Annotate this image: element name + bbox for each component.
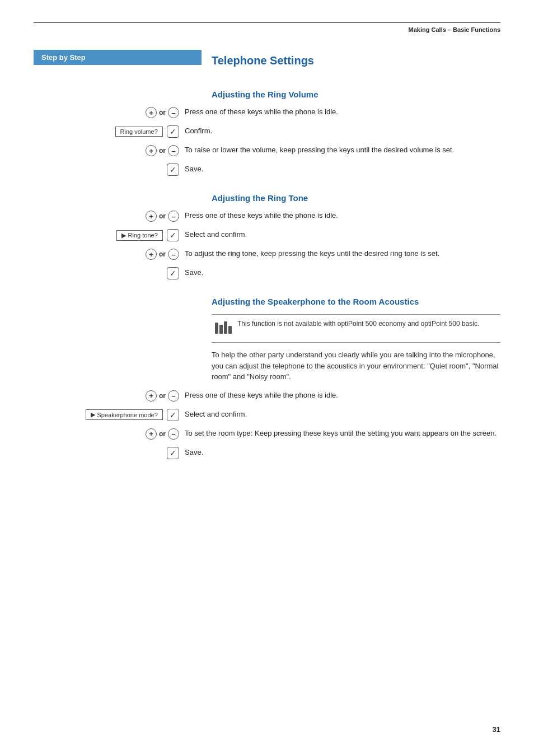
ring-tone-title: Adjusting the Ring Tone: [212, 193, 500, 203]
plus-key[interactable]: +: [146, 145, 157, 156]
minus-key[interactable]: –: [168, 107, 179, 118]
note-svg-icon: [215, 320, 233, 336]
speakerphone-title: Adjusting the Speakerphone to the Room A…: [212, 297, 500, 306]
plus-key[interactable]: +: [146, 428, 157, 440]
ring-volume-step-2: Ring volume? ✓ Confirm.: [34, 124, 500, 139]
or-label: or: [159, 392, 166, 400]
check-key[interactable]: ✓: [167, 267, 179, 279]
step-by-step-label: Step by Step: [34, 50, 202, 65]
ring-volume-step-4: ✓ Save.: [34, 162, 500, 178]
svg-rect-2: [224, 321, 227, 334]
ring-tone-step-4: ✓ Save.: [34, 265, 500, 281]
svg-rect-3: [228, 326, 232, 334]
step-text: Press one of these keys while the phone …: [185, 105, 500, 117]
minus-key[interactable]: –: [168, 211, 179, 222]
speakerphone-step-4: ✓ Save.: [34, 445, 500, 461]
step-text: To raise or lower the volume, keep press…: [185, 143, 500, 155]
left-column: Step by Step: [34, 50, 202, 77]
svg-rect-0: [215, 323, 218, 334]
step-text: Press one of these keys while the phone …: [185, 208, 500, 221]
right-column: Telephone Settings: [202, 50, 500, 77]
check-key[interactable]: ✓: [167, 164, 179, 176]
minus-key[interactable]: –: [168, 428, 179, 440]
speakerphone-menu: ▶ Speakerphone mode?: [86, 409, 163, 420]
check-key[interactable]: ✓: [167, 409, 179, 421]
or-label: or: [159, 212, 166, 220]
check-key[interactable]: ✓: [167, 125, 179, 138]
minus-key[interactable]: –: [168, 390, 179, 402]
plus-key[interactable]: +: [146, 211, 157, 222]
ring-volume-section: Adjusting the Ring Volume + or – Press o…: [34, 77, 500, 178]
step-text: Select and confirm.: [185, 407, 500, 419]
ring-tone-section: Adjusting the Ring Tone + or – Press one…: [34, 181, 500, 281]
ring-tone-menu: ▶ Ring tone?: [116, 230, 163, 241]
menu-arrow-icon: ▶: [121, 232, 126, 239]
ring-tone-step-3: + or – To adjust the ring tone, keep pre…: [34, 246, 500, 262]
step-text: Save.: [185, 265, 500, 278]
page-header: Making Calls – Basic Functions: [34, 26, 500, 33]
note-box: This function is not available with opti…: [212, 314, 500, 343]
step-text: To set the room type: Keep pressing thes…: [185, 426, 500, 438]
section-title: Telephone Settings: [212, 54, 500, 67]
ring-volume-menu: Ring volume?: [115, 127, 163, 137]
svg-rect-1: [219, 325, 223, 334]
ring-tone-step-1: + or – Press one of these keys while the…: [34, 208, 500, 224]
or-label: or: [159, 109, 166, 116]
check-key[interactable]: ✓: [167, 447, 179, 459]
page-number: 31: [493, 725, 500, 734]
or-label: or: [159, 430, 166, 438]
or-label: or: [159, 147, 166, 155]
step-text: Confirm.: [185, 124, 500, 136]
minus-key[interactable]: –: [168, 249, 179, 260]
speakerphone-step-1: + or – Press one of these keys while the…: [34, 388, 500, 404]
page: Making Calls – Basic Functions Step by S…: [0, 0, 534, 756]
step-text: Select and confirm.: [185, 227, 500, 240]
ring-tone-step-2: ▶ Ring tone? ✓ Select and confirm.: [34, 227, 500, 243]
minus-key[interactable]: –: [168, 145, 179, 156]
step-text: To adjust the ring tone, keep pressing t…: [185, 246, 500, 259]
speakerphone-section: Adjusting the Speakerphone to the Room A…: [34, 284, 500, 461]
note-icon: [215, 320, 233, 338]
speakerphone-description: To help the other party understand you c…: [212, 349, 500, 382]
step-text: Press one of these keys while the phone …: [185, 388, 500, 400]
speakerphone-step-2: ▶ Speakerphone mode? ✓ Select and confir…: [34, 407, 500, 423]
ring-volume-step-1: + or – Press one of these keys while the…: [34, 105, 500, 120]
step-text: Save.: [185, 445, 500, 458]
plus-key[interactable]: +: [146, 390, 157, 402]
speakerphone-step-3: + or – To set the room type: Keep pressi…: [34, 426, 500, 442]
step-text: Save.: [185, 162, 500, 174]
or-label: or: [159, 250, 166, 258]
check-key[interactable]: ✓: [167, 229, 179, 241]
plus-key[interactable]: +: [146, 107, 157, 118]
plus-key[interactable]: +: [146, 249, 157, 260]
ring-volume-step-3: + or – To raise or lower the volume, kee…: [34, 143, 500, 158]
ring-volume-title: Adjusting the Ring Volume: [212, 90, 500, 99]
note-text: This function is not available with opti…: [237, 319, 479, 329]
menu-arrow-icon: ▶: [91, 411, 95, 418]
